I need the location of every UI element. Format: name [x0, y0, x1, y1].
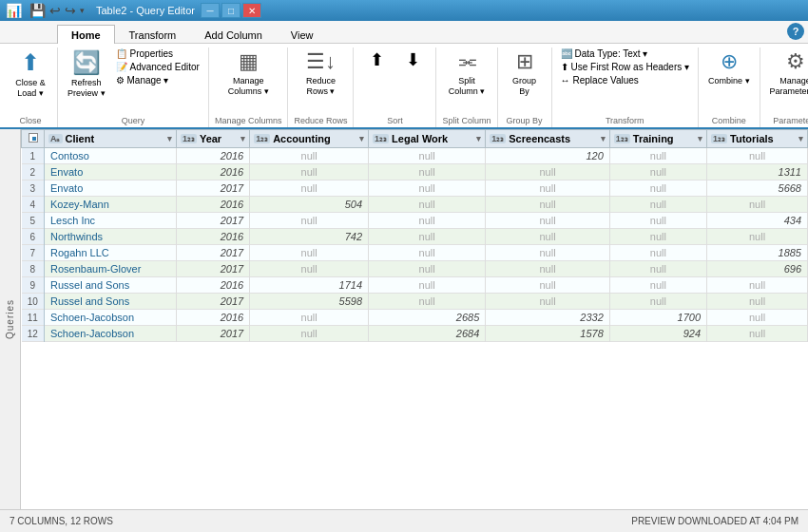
- redo-icon[interactable]: ↪: [65, 3, 76, 18]
- table-row[interactable]: 8Rosenbaum-Glover2017nullnullnullnull696: [22, 261, 808, 277]
- save-icon[interactable]: 💾: [29, 3, 46, 18]
- screencasts-cell: null: [486, 197, 610, 213]
- maximize-button[interactable]: □: [221, 3, 240, 18]
- col-header-year[interactable]: 1₂₃ Year ▾: [176, 130, 249, 148]
- row-num-header: [22, 130, 45, 148]
- data-type-button[interactable]: 🔤 Data Type: Text ▾: [558, 48, 692, 60]
- tutorials-cell: null: [707, 148, 808, 164]
- refresh-preview-button[interactable]: 🔄 RefreshPreview ▾: [64, 48, 109, 101]
- ribbon-group-transform: 🔤 Data Type: Text ▾ ⬆ Use First Row as H…: [552, 48, 699, 127]
- legalwork-cell: 2684: [369, 326, 486, 342]
- tab-home[interactable]: Home: [57, 25, 115, 44]
- ribbon-group-group-by: ⊞ GroupBy Group By: [498, 48, 552, 127]
- table-row[interactable]: 2Envato2016nullnullnullnull1311: [22, 164, 808, 180]
- col-filter-screencasts[interactable]: ▾: [601, 134, 606, 143]
- ribbon-group-combine: ⊕ Combine ▾ Combine: [699, 48, 760, 127]
- table-row[interactable]: 12Schoen-Jacobson2017null26841578924null: [22, 326, 808, 342]
- advanced-editor-button[interactable]: 📝 Advanced Editor: [113, 61, 202, 73]
- accounting-cell: 504: [250, 197, 369, 213]
- col-header-client[interactable]: Aₐ Client ▾: [45, 130, 177, 148]
- use-first-row-icon: ⬆: [561, 62, 568, 72]
- group-label-split-column: Split Column: [442, 114, 491, 127]
- close-load-button[interactable]: ⬆ Close &Load ▾: [10, 48, 51, 101]
- legalwork-cell: null: [369, 180, 486, 197]
- manage-columns-button[interactable]: ▦ ManageColumns ▾: [224, 48, 273, 99]
- accounting-cell: 742: [250, 229, 369, 245]
- year-cell: 2017: [176, 326, 249, 342]
- data-area[interactable]: Aₐ Client ▾ 1₂₃ Year ▾: [21, 129, 808, 509]
- table-row[interactable]: 5Lesch Inc2017nullnullnullnull434: [22, 213, 808, 229]
- tab-transform[interactable]: Transform: [115, 25, 191, 44]
- advanced-editor-icon: 📝: [116, 62, 127, 72]
- close-button[interactable]: ✕: [242, 3, 261, 18]
- col-filter-training[interactable]: ▾: [698, 134, 702, 143]
- manage-button[interactable]: ⚙ Manage ▾: [113, 74, 202, 86]
- tutorials-cell: null: [707, 294, 808, 310]
- undo-icon[interactable]: ↩: [49, 3, 61, 18]
- training-cell: null: [609, 277, 706, 294]
- app-icon: 📊: [6, 3, 22, 18]
- col-filter-tutorials[interactable]: ▾: [798, 134, 803, 143]
- col-filter-year[interactable]: ▾: [240, 134, 245, 143]
- group-label-combine: Combine: [712, 114, 746, 127]
- row-num-cell: 7: [22, 245, 45, 261]
- properties-button[interactable]: 📋 Properties: [113, 48, 202, 60]
- col-filter-accounting[interactable]: ▾: [359, 134, 364, 143]
- group-by-button[interactable]: ⊞ GroupBy: [504, 48, 546, 99]
- col-filter-legalwork[interactable]: ▾: [476, 134, 481, 143]
- table-row[interactable]: 6Northwinds2016742nullnullnullnull: [22, 229, 808, 245]
- sort-desc-button[interactable]: ⬇: [395, 48, 430, 72]
- col-header-training[interactable]: 1₂₃ Training ▾: [609, 130, 706, 148]
- row-num-cell: 6: [22, 229, 45, 245]
- table-row[interactable]: 9Russel and Sons20161714nullnullnullnull: [22, 277, 808, 294]
- tab-view[interactable]: View: [277, 25, 328, 44]
- ribbon-group-close: ⬆ Close &Load ▾ Close: [4, 48, 58, 127]
- sort-asc-button[interactable]: ⬆: [359, 48, 394, 72]
- replace-values-button[interactable]: ↔ Replace Values: [558, 74, 692, 86]
- row-selector-icon[interactable]: [29, 133, 38, 142]
- tutorials-cell: null: [707, 197, 808, 213]
- accounting-cell: 5598: [250, 294, 369, 310]
- help-icon[interactable]: ?: [787, 23, 804, 40]
- col-header-accounting[interactable]: 1₂₃ Accounting ▾: [250, 130, 369, 148]
- group-label-group-by: Group By: [507, 114, 543, 127]
- sort-asc-icon: ⬆: [370, 49, 384, 70]
- client-cell: Northwinds: [45, 229, 177, 245]
- tab-add-column[interactable]: Add Column: [190, 25, 277, 44]
- tutorials-cell: null: [707, 277, 808, 294]
- col-header-legalwork[interactable]: 1₂₃ Legal Work ▾: [369, 130, 486, 148]
- accounting-cell: null: [250, 164, 369, 180]
- col-header-tutorials[interactable]: 1₂₃ Tutorials ▾: [707, 130, 808, 148]
- legalwork-cell: null: [369, 164, 486, 180]
- manage-icon: ⚙: [116, 75, 125, 86]
- client-cell: Russel and Sons: [45, 294, 177, 310]
- table-row[interactable]: 1Contoso2016nullnull120nullnull: [22, 148, 808, 164]
- split-column-button[interactable]: ⫘ SplitColumn ▾: [445, 48, 490, 99]
- group-label-transform: Transform: [606, 114, 644, 127]
- table-row[interactable]: 7Rogahn LLC2017nullnullnullnull1885: [22, 245, 808, 261]
- dropdown-icon[interactable]: ▾: [80, 6, 85, 15]
- manage-parameters-button[interactable]: ⚙ ManageParameters ▾: [766, 48, 808, 99]
- tutorials-cell: 696: [707, 261, 808, 277]
- col-filter-client[interactable]: ▾: [167, 134, 172, 143]
- minimize-button[interactable]: ─: [201, 3, 220, 18]
- reduce-rows-button[interactable]: ☰↓ ReduceRows ▾: [299, 48, 341, 99]
- table-row[interactable]: 10Russel and Sons20175598nullnullnullnul…: [22, 294, 808, 310]
- table-row[interactable]: 3Envato2017nullnullnullnull5668: [22, 180, 808, 197]
- col-header-screencasts[interactable]: 1₂₃ Screencasts ▾: [486, 130, 610, 148]
- row-num-cell: 4: [22, 197, 45, 213]
- main-area: Queries Aₐ Client ▾: [0, 129, 808, 509]
- replace-values-icon: ↔: [561, 75, 570, 86]
- combine-button[interactable]: ⊕ Combine ▾: [704, 48, 754, 88]
- screencasts-cell: null: [486, 213, 610, 229]
- table-row[interactable]: 11Schoen-Jacobson2016null268523321700nul…: [22, 310, 808, 326]
- use-first-row-button[interactable]: ⬆ Use First Row as Headers ▾: [558, 61, 692, 73]
- accounting-cell: 1714: [250, 277, 369, 294]
- table-row[interactable]: 4Kozey-Mann2016504nullnullnullnull: [22, 197, 808, 213]
- row-num-cell: 5: [22, 213, 45, 229]
- year-cell: 2017: [176, 180, 249, 197]
- status-preview-time: PREVIEW DOWNLOADED AT 4:04 PM: [631, 516, 798, 526]
- title-bar: 📊 💾 ↩ ↪ ▾ Table2 - Query Editor ─ □ ✕: [0, 0, 808, 21]
- ribbon-tabs: Home Transform Add Column View ?: [0, 21, 808, 44]
- client-cell: Envato: [45, 180, 177, 197]
